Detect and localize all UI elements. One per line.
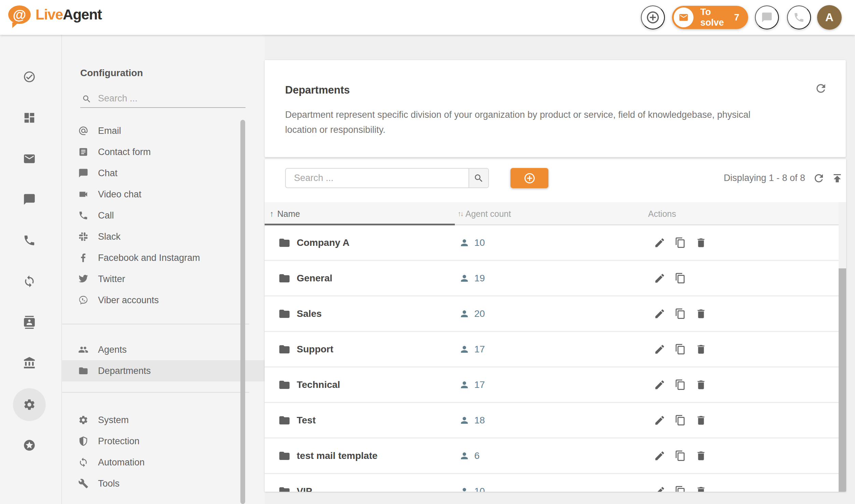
table-row-test[interactable]: Test 18: [265, 403, 839, 438]
copy-icon: [675, 344, 686, 355]
agent-count: 18: [474, 415, 485, 426]
edit-button[interactable]: [654, 450, 665, 462]
delete-button[interactable]: [695, 237, 707, 249]
rail-item-loop[interactable]: [17, 269, 41, 293]
actions-cell: [654, 237, 707, 249]
copy-button[interactable]: [675, 308, 686, 319]
copy-button[interactable]: [675, 486, 686, 492]
copy-button[interactable]: [675, 379, 686, 390]
copy-button[interactable]: [675, 450, 686, 461]
delete-button[interactable]: [695, 486, 707, 492]
table-row-support[interactable]: Support 17: [265, 332, 839, 367]
create-new-button[interactable]: [641, 5, 665, 29]
sidebar-scrollbar[interactable]: [240, 120, 245, 504]
delete-button[interactable]: [695, 344, 707, 355]
table-search-button[interactable]: [468, 169, 488, 187]
sidebar-item-agents[interactable]: Agents: [62, 339, 265, 360]
table-scrollbar-thumb[interactable]: [839, 268, 846, 492]
export-button[interactable]: [831, 172, 843, 184]
copy-button[interactable]: [675, 415, 686, 426]
sidebar-item-label: Chat: [98, 168, 117, 179]
edit-button[interactable]: [654, 486, 665, 492]
sidebar-item-chat[interactable]: Chat: [62, 163, 265, 184]
sidebar-group-system: System Protection Automation Tools: [62, 409, 265, 494]
name-cell: General: [278, 272, 459, 284]
sidebar-item-email[interactable]: Email: [62, 120, 265, 141]
rail-item-starred[interactable]: [17, 433, 41, 457]
delete-button[interactable]: [695, 415, 707, 426]
chats-button[interactable]: [755, 5, 779, 29]
table-search-input[interactable]: [286, 169, 468, 187]
folder-icon: [278, 414, 291, 426]
sidebar-search-input[interactable]: [98, 92, 241, 105]
logo-speech-bubble-icon: @: [8, 5, 31, 24]
avatar-initial: A: [825, 11, 833, 24]
edit-button[interactable]: [654, 379, 665, 391]
table-row-test-mail-template[interactable]: test mail template 6: [265, 438, 839, 474]
document-icon: [78, 147, 88, 157]
sidebar-item-facebook-instagram[interactable]: Facebook and Instagram: [62, 247, 265, 268]
delete-button[interactable]: [695, 379, 707, 391]
logo-at-glyph: @: [13, 8, 26, 22]
sidebar-item-slack[interactable]: Slack: [62, 226, 265, 247]
user-avatar[interactable]: A: [817, 5, 842, 30]
agent-count: 10: [474, 486, 485, 492]
delete-button[interactable]: [695, 308, 707, 320]
copy-button[interactable]: [675, 344, 686, 355]
calls-button[interactable]: [787, 5, 811, 29]
edit-button[interactable]: [654, 308, 665, 320]
sidebar-item-tools[interactable]: Tools: [62, 473, 265, 494]
copy-button[interactable]: [675, 272, 686, 284]
rail-item-dashboard[interactable]: [17, 106, 41, 130]
chat-bubble-icon: [23, 193, 36, 206]
edit-button[interactable]: [654, 344, 665, 355]
rail-item-chat[interactable]: [17, 187, 41, 211]
sidebar-item-call[interactable]: Call: [62, 205, 265, 226]
table-row-company-a[interactable]: Company A 10: [265, 225, 839, 261]
chat-bubble-icon: [761, 12, 773, 23]
edit-button[interactable]: [654, 415, 665, 426]
sidebar-item-departments[interactable]: Departments: [62, 360, 265, 381]
trash-icon: [695, 237, 707, 249]
table-scrollbar-track[interactable]: [839, 202, 846, 492]
rail-item-contacts[interactable]: [17, 310, 41, 334]
refresh-button[interactable]: [814, 82, 827, 95]
sidebar-item-protection[interactable]: Protection: [62, 431, 265, 452]
folder-icon: [278, 343, 291, 355]
trash-icon: [695, 415, 707, 426]
table-row-technical[interactable]: Technical 17: [265, 367, 839, 403]
video-camera-icon: [78, 189, 88, 199]
to-solve-button[interactable]: To solve 7: [672, 6, 748, 29]
sidebar-item-video-chat[interactable]: Video chat: [62, 184, 265, 205]
table-row-general[interactable]: General 19: [265, 261, 839, 296]
copy-button[interactable]: [675, 237, 686, 248]
sidebar-item-twitter[interactable]: Twitter: [62, 268, 265, 290]
sidebar-item-system[interactable]: System: [62, 409, 265, 431]
copy-icon: [675, 237, 686, 248]
person-icon: [459, 415, 469, 425]
rail-item-call[interactable]: [17, 228, 41, 252]
pencil-icon: [654, 415, 665, 426]
phone-icon: [793, 12, 805, 23]
edit-button[interactable]: [654, 237, 665, 249]
loop-icon: [23, 275, 36, 288]
sidebar-group-channels: Email Contact form Chat Video chat Call …: [62, 120, 265, 311]
delete-button[interactable]: [695, 450, 707, 462]
rail-item-mail[interactable]: [17, 147, 41, 171]
sidebar-item-automation[interactable]: Automation: [62, 452, 265, 473]
column-header-agent-count[interactable]: ↑↓ Agent count: [458, 209, 648, 219]
rail-item-settings[interactable]: [17, 393, 41, 417]
department-name: Support: [297, 344, 333, 355]
sidebar-item-contact-form[interactable]: Contact form: [62, 141, 265, 163]
sidebar-item-viber[interactable]: Viber accounts: [62, 290, 265, 311]
reload-list-button[interactable]: [813, 172, 825, 184]
table-row-vip[interactable]: VIP 10: [265, 474, 839, 492]
rail-item-tickets[interactable]: [17, 65, 41, 89]
actions-cell: [654, 272, 686, 284]
rail-item-company[interactable]: [17, 351, 41, 375]
add-department-button[interactable]: [510, 168, 548, 188]
edit-button[interactable]: [654, 272, 665, 284]
table-row-sales[interactable]: Sales 20: [265, 296, 839, 332]
actions-cell: [654, 344, 707, 355]
column-header-name[interactable]: ↑ Name: [270, 209, 458, 219]
